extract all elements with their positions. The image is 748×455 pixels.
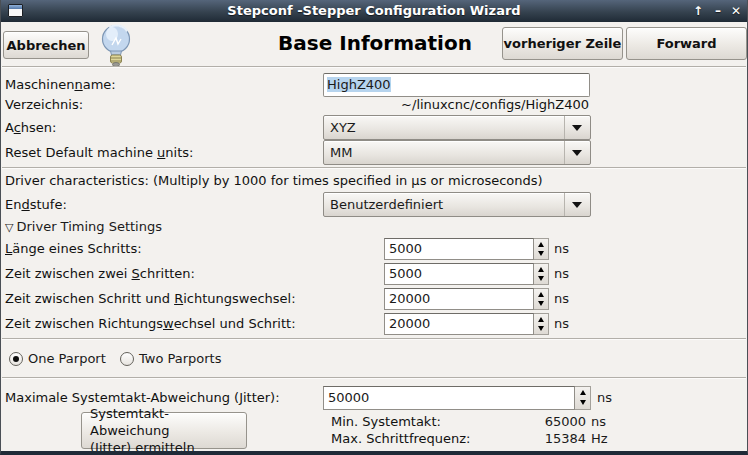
jitter-input[interactable]: 50000: [323, 386, 575, 410]
arrow-down-icon: [538, 326, 544, 331]
max-step-rate-unit: Hz: [591, 431, 608, 446]
dir-hold-down-button[interactable]: [534, 299, 548, 309]
stepconf-window: Stepconf -Stepper Configuration Wizard ↑…: [0, 0, 748, 455]
endstufe-select[interactable]: Benutzerdefiniert: [323, 192, 591, 217]
axes-label: Achsen:: [5, 115, 56, 140]
step-time-stepper[interactable]: [534, 238, 549, 260]
machine-name-input[interactable]: HighZ400: [323, 73, 590, 97]
two-parports-radio[interactable]: [120, 352, 134, 366]
step-space-input[interactable]: 5000: [384, 263, 534, 285]
one-parport-label[interactable]: One Parport: [28, 351, 106, 366]
min-base-period-unit: ns: [591, 414, 606, 429]
step-space-up-button[interactable]: [534, 264, 548, 274]
step-space-down-button[interactable]: [534, 274, 548, 284]
toolbar-separator: [2, 66, 746, 67]
step-time-down-button[interactable]: [534, 249, 548, 259]
endstufe-dropdown-arrow-icon: [564, 193, 590, 216]
jitter-down-button[interactable]: [575, 398, 590, 409]
cancel-button[interactable]: Abbrechen: [3, 31, 89, 59]
max-step-rate-value: 15384: [451, 431, 586, 446]
step-time-label: Länge eines Schritts:: [5, 238, 142, 260]
forward-button[interactable]: Forward: [626, 27, 747, 60]
min-base-period-value: 65000: [451, 414, 586, 429]
units-dropdown-arrow-icon: [564, 141, 590, 164]
one-parport-radio[interactable]: [9, 352, 23, 366]
directory-value: ~/linuxcnc/configs/HighZ400: [401, 97, 589, 112]
endstufe-label: Endstufe:: [5, 192, 67, 217]
dir-setup-stepper[interactable]: [534, 313, 549, 335]
arrow-up-icon: [538, 242, 544, 247]
close-button[interactable]: ✕: [727, 0, 745, 22]
arrow-up-icon: [538, 292, 544, 297]
step-space-stepper[interactable]: [534, 263, 549, 285]
dir-hold-unit: ns: [554, 288, 569, 310]
section-separator-3: [2, 377, 746, 378]
shade-button[interactable]: ↑: [689, 0, 707, 22]
dir-setup-label: Zeit zwischen Richtungswechsel und Schri…: [5, 313, 296, 335]
driver-characteristics-text: Driver characteristics: (Multiply by 100…: [5, 173, 543, 188]
section-separator-2: [2, 338, 746, 339]
min-base-period-label: Min. Systemtakt:: [331, 414, 441, 429]
jitter-unit: ns: [597, 386, 612, 410]
arrow-up-icon: [538, 317, 544, 322]
previous-button[interactable]: vorheriger Zeile: [502, 27, 623, 60]
arrow-up-icon: [538, 267, 544, 272]
dir-hold-input[interactable]: 20000: [384, 288, 534, 310]
two-parports-label[interactable]: Two Parports: [139, 351, 222, 366]
dir-setup-unit: ns: [554, 313, 569, 335]
dir-setup-down-button[interactable]: [534, 324, 548, 334]
axes-dropdown-arrow-icon: [564, 116, 590, 139]
units-label: Reset Default machine units:: [5, 140, 193, 165]
jitter-up-button[interactable]: [575, 387, 590, 398]
max-step-rate-label: Max. Schrittfrequenz:: [331, 431, 471, 446]
dir-setup-input[interactable]: 20000: [384, 313, 534, 335]
arrow-down-icon: [538, 276, 544, 281]
hint-bulb-icon: [98, 23, 134, 68]
jitter-test-button[interactable]: Systemtakt-Abweichung (Jitter) ermitteln: [81, 412, 247, 449]
directory-label: Verzeichnis:: [5, 97, 83, 112]
endstufe-selected-value: Benutzerdefiniert: [330, 193, 443, 216]
expander-triangle-icon: ▽: [5, 221, 13, 234]
step-time-up-button[interactable]: [534, 239, 548, 249]
window-title: Stepconf -Stepper Configuration Wizard: [1, 0, 747, 22]
dir-hold-up-button[interactable]: [534, 289, 548, 299]
arrow-down-icon: [580, 400, 586, 405]
axes-selected-value: XYZ: [330, 116, 356, 139]
axes-select[interactable]: XYZ: [323, 115, 591, 140]
arrow-down-icon: [538, 251, 544, 256]
section-separator-1: [2, 167, 746, 168]
units-selected-value: MM: [330, 141, 352, 164]
arrow-down-icon: [538, 301, 544, 306]
machine-name-value: HighZ400: [327, 77, 391, 92]
dir-setup-up-button[interactable]: [534, 314, 548, 324]
units-select[interactable]: MM: [323, 140, 591, 165]
minimize-button[interactable]: –: [709, 0, 727, 22]
dir-hold-stepper[interactable]: [534, 288, 549, 310]
driver-timing-expander[interactable]: ▽Driver Timing Settings: [5, 219, 162, 234]
jitter-stepper[interactable]: [575, 386, 591, 410]
dir-hold-label: Zeit zwischen Schritt und Richtungswechs…: [5, 288, 296, 310]
step-space-unit: ns: [554, 263, 569, 285]
step-space-label: Zeit zwischen zwei Schritten:: [5, 263, 195, 285]
step-time-unit: ns: [554, 238, 569, 260]
arrow-up-icon: [580, 390, 586, 395]
step-time-input[interactable]: 5000: [384, 238, 534, 260]
titlebar: Stepconf -Stepper Configuration Wizard ↑…: [1, 0, 747, 22]
machine-name-label: Maschinenname:: [5, 73, 116, 97]
